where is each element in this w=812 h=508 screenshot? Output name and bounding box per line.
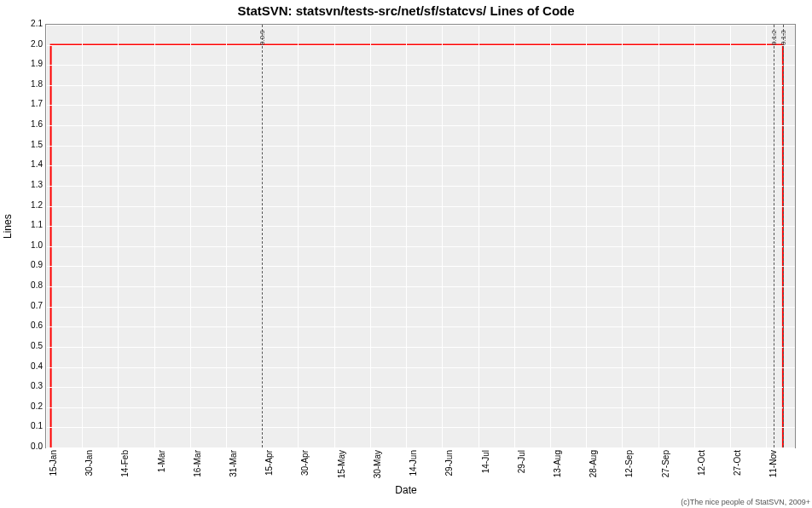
version-marker-label: 0.0.9 xyxy=(258,30,266,45)
gridline-h xyxy=(46,326,795,327)
gridline-h xyxy=(46,165,795,166)
x-tick-label: 30-Jan xyxy=(84,450,94,482)
x-tick-label: 29-Jul xyxy=(517,450,526,482)
y-tick-label: 0.8 xyxy=(5,281,43,290)
x-tick-label: 27-Sep xyxy=(661,450,670,482)
credit-text: (c)The nice people of StatSVN, 2009+ xyxy=(681,498,810,506)
gridline-h xyxy=(46,65,795,66)
gridline-v xyxy=(406,25,407,447)
y-tick-label: 0.1 xyxy=(5,422,43,430)
chart-container: StatSVN: statsvn/tests-src/net/sf/statcv… xyxy=(0,0,812,508)
x-tick-label: 14-Jun xyxy=(409,450,418,482)
gridline-h xyxy=(46,427,795,428)
x-tick-label: 13-Aug xyxy=(553,450,562,482)
gridline-v xyxy=(370,25,371,447)
x-tick-label: 12-Oct xyxy=(697,450,706,482)
y-tick-label: 1.4 xyxy=(5,160,43,169)
x-tick-label: 27-Oct xyxy=(733,450,742,482)
version-marker-label: 0.1.3 xyxy=(780,30,787,45)
x-tick-label: 16-Mar xyxy=(193,450,202,482)
x-tick-label: 11-Nov xyxy=(768,450,778,482)
gridline-h xyxy=(46,286,795,287)
y-tick-label: 0.5 xyxy=(5,342,43,350)
y-tick-label: 2.0 xyxy=(5,40,43,49)
gridline-v xyxy=(442,25,443,447)
y-tick-label: 1.2 xyxy=(5,201,43,210)
y-tick-label: 0.6 xyxy=(5,321,43,330)
y-tick-label: 0.0 xyxy=(5,442,43,451)
gridline-v xyxy=(226,25,227,447)
line-series xyxy=(46,25,795,447)
gridline-h xyxy=(46,25,795,26)
gridline-h xyxy=(46,266,795,267)
gridline-v xyxy=(730,25,731,447)
x-tick-label: 28-Aug xyxy=(589,450,598,482)
x-tick-label: 15-Jan xyxy=(49,450,58,482)
gridline-h xyxy=(46,347,795,348)
gridline-v xyxy=(766,25,767,447)
x-tick-label: 30-May xyxy=(373,450,382,482)
y-tick-label: 1.0 xyxy=(5,241,43,250)
gridline-v xyxy=(514,25,515,447)
plot-area: 0.0.90.1.20.1.3 xyxy=(45,24,796,448)
x-tick-label: 31-Mar xyxy=(229,450,238,482)
y-tick-label: 0.3 xyxy=(5,382,43,390)
x-tick-label: 15-Apr xyxy=(264,450,274,482)
x-tick-label: 14-Feb xyxy=(120,450,130,482)
gridline-v xyxy=(478,25,479,447)
gridline-v xyxy=(298,25,299,447)
y-tick-label: 0.9 xyxy=(5,261,43,269)
gridline-v xyxy=(334,25,335,447)
x-tick-label: 14-Jul xyxy=(481,450,490,482)
y-tick-label: 0.4 xyxy=(5,362,43,371)
chart-title: StatSVN: statsvn/tests-src/net/sf/statcv… xyxy=(0,3,812,18)
y-tick-label: 0.7 xyxy=(5,302,43,310)
gridline-v xyxy=(82,25,83,447)
gridline-h xyxy=(46,45,795,46)
gridline-h xyxy=(46,367,795,368)
y-tick-label: 1.1 xyxy=(5,221,43,229)
x-tick-label: 12-Sep xyxy=(624,450,634,482)
y-tick-label: 1.5 xyxy=(5,141,43,149)
gridline-v xyxy=(190,25,191,447)
gridline-h xyxy=(46,407,795,408)
gridline-h xyxy=(46,307,795,308)
gridline-v xyxy=(694,25,695,447)
gridline-v xyxy=(154,25,155,447)
version-marker xyxy=(774,25,774,447)
gridline-h xyxy=(46,206,795,207)
x-tick-label: 29-Jun xyxy=(444,450,454,482)
gridline-h xyxy=(46,447,795,448)
gridline-h xyxy=(46,105,795,106)
y-tick-label: 1.3 xyxy=(5,181,43,189)
gridline-v xyxy=(118,25,119,447)
gridline-h xyxy=(46,387,795,388)
y-tick-label: 0.2 xyxy=(5,402,43,411)
gridline-v xyxy=(586,25,587,447)
x-tick-label: 30-Apr xyxy=(300,450,310,482)
gridline-h xyxy=(46,146,795,147)
y-tick-label: 1.8 xyxy=(5,80,43,89)
gridline-v xyxy=(550,25,551,447)
y-tick-label: 1.9 xyxy=(5,60,43,68)
version-marker xyxy=(262,25,263,447)
gridline-v xyxy=(46,25,47,447)
y-tick-label: 1.7 xyxy=(5,100,43,108)
version-marker-label: 0.1.2 xyxy=(770,30,778,45)
gridline-v xyxy=(622,25,623,447)
gridline-v xyxy=(658,25,659,447)
gridline-h xyxy=(46,125,795,126)
gridline-h xyxy=(46,186,795,187)
x-axis-label: Date xyxy=(0,484,812,496)
gridline-h xyxy=(46,226,795,227)
version-marker xyxy=(783,25,784,447)
gridline-h xyxy=(46,85,795,86)
x-tick-label: 15-May xyxy=(337,450,346,482)
y-tick-label: 2.1 xyxy=(5,20,43,28)
x-tick-label: 1-Mar xyxy=(157,450,166,482)
y-tick-label: 1.6 xyxy=(5,120,43,129)
gridline-h xyxy=(46,246,795,247)
